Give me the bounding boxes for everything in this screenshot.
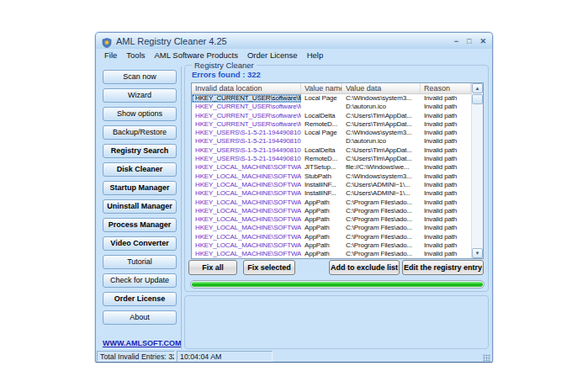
cell-value-name: AppPath [301, 199, 342, 207]
table-row[interactable]: HKEY_LOCAL_MACHINE\SOFTWARE\...AppPathC:… [192, 199, 471, 207]
table-row[interactable]: HKEY_CURRENT_USER\software\Micr...Remote… [192, 120, 471, 129]
sidebar-button-video-converter[interactable]: Video Converter [103, 236, 177, 251]
maximize-button[interactable]: □ [467, 36, 471, 46]
menu-item-aml-software-products[interactable]: AML Software Products [151, 50, 243, 61]
table-row[interactable]: HKEY_LOCAL_MACHINE\SOFTWARE\...InstallIN… [192, 189, 471, 198]
cell-location: HKEY_LOCAL_MACHINE\SOFTWARE\... [192, 215, 301, 224]
cell-value-name: Local Page [301, 94, 342, 103]
resize-grip[interactable] [483, 354, 490, 362]
scrollbar-thumb[interactable] [472, 94, 483, 104]
sidebar-button-scan-now[interactable]: Scan now [103, 70, 177, 84]
errors-found-label: Errors found : 322 [192, 70, 261, 79]
table-row[interactable]: HKEY_LOCAL_MACHINE\SOFTWARE\...AppPathC:… [192, 215, 471, 224]
table-row[interactable]: HKEY_USERS\S-1-5-21-1944908101-2...D:\au… [192, 137, 471, 146]
cell-reason: Invalid path [421, 129, 471, 137]
cell-reason: Invalid path [421, 189, 471, 198]
table-row[interactable]: HKEY_LOCAL_MACHINE\SOFTWARE\...InstallIN… [192, 181, 471, 189]
invalid-entries-table[interactable]: Invalid data locationValue nameValue dat… [191, 82, 484, 259]
sidebar-button-wizard[interactable]: Wizard [103, 88, 177, 103]
add-to-exclude-list-button[interactable]: Add to exclude list [329, 260, 400, 275]
progress-bar [190, 280, 485, 289]
table-row[interactable]: HKEY_LOCAL_MACHINE\SOFTWARE\...StubPathC… [192, 172, 471, 181]
status-bar: Total Invalid Entries: 322 10:04:04 AM [96, 350, 492, 363]
cell-reason: Invalid path [421, 155, 471, 163]
table-row[interactable]: HKEY_CURRENT_USER\software\Micr...LocalD… [192, 112, 471, 120]
table-row[interactable]: HKEY_USERS\S-1-5-21-1944908101-2...Remot… [192, 155, 471, 163]
vertical-scrollbar[interactable]: ▲ ▼ [471, 83, 483, 258]
cell-value-data: file://C:\Windows\we... [342, 163, 421, 172]
cell-value-data: C:\Program Files\ado... [342, 250, 421, 258]
cell-reason: Invalid path [421, 112, 471, 120]
table-row[interactable]: HKEY_LOCAL_MACHINE\SOFTWARE\...AppPathC:… [192, 233, 471, 241]
cell-value-data: C:\Program Files\ado... [342, 224, 421, 232]
table-row[interactable]: HKEY_LOCAL_MACHINE\SOFTWARE\...AppPathC:… [192, 207, 471, 215]
window-controls: − □ ✕ [454, 36, 486, 46]
cell-location: HKEY_USERS\S-1-5-21-1944908101-2... [192, 137, 301, 146]
column-header-invalid-data-location[interactable]: Invalid data location [192, 83, 301, 93]
website-link[interactable]: WWW.AMLSOFT.COM [103, 339, 178, 347]
cell-reason: Invalid path [421, 103, 471, 111]
sidebar-button-registry-search[interactable]: Registry Search [103, 144, 177, 158]
table-row[interactable]: HKEY_USERS\S-1-5-21-1944908101-2...Local… [192, 146, 471, 155]
fix-all-button[interactable]: Fix all [188, 260, 237, 275]
registry-cleaner-group: Registry Cleaner Errors found : 322 Inva… [184, 65, 489, 292]
cell-location: HKEY_LOCAL_MACHINE\SOFTWARE\... [192, 172, 301, 181]
cell-reason: Invalid path [421, 215, 471, 224]
app-icon [102, 36, 112, 46]
sidebar-button-startup-manager[interactable]: Startup Manager [103, 181, 177, 195]
scroll-up-button[interactable]: ▲ [472, 83, 483, 93]
table-row[interactable]: HKEY_LOCAL_MACHINE\SOFTWARE\...AppPathC:… [192, 224, 471, 232]
sidebar-button-order-license[interactable]: Order License [103, 292, 177, 306]
sidebar-button-process-manager[interactable]: Process Manager [103, 218, 177, 232]
group-label-registry-cleaner: Registry Cleaner [192, 61, 257, 70]
column-header-value-data[interactable]: Value data [342, 83, 421, 93]
minimize-button[interactable]: − [454, 36, 458, 46]
edit-the-registry-entry-button[interactable]: Edit the registry entry [402, 260, 484, 275]
menu-item-file[interactable]: File [100, 50, 122, 61]
cell-location: HKEY_LOCAL_MACHINE\SOFTWARE\... [192, 233, 301, 241]
table-row[interactable]: HKEY_LOCAL_MACHINE\SOFTWARE\...JITSetup.… [192, 163, 471, 172]
close-button[interactable]: ✕ [479, 36, 486, 46]
sidebar-button-check-for-update[interactable]: Check for Update [103, 273, 177, 288]
cell-value-data: C:\Windows\system3... [342, 129, 421, 137]
progress-bar-fill [192, 282, 483, 287]
sidebar-button-uninstall-manager[interactable]: Uninstall Manager [103, 199, 177, 214]
fix-selected-button[interactable]: Fix selected [243, 260, 295, 275]
sidebar-button-about[interactable]: About [103, 310, 177, 325]
status-total-entries: Total Invalid Entries: 322 [97, 351, 175, 362]
sidebar-button-backup-restore[interactable]: Backup/Restore [103, 125, 177, 140]
status-time: 10:04:04 AM [177, 351, 273, 362]
cell-value-name: AppPath [301, 207, 342, 215]
cell-value-name [301, 137, 342, 146]
cell-reason: Invalid path [421, 94, 471, 103]
cell-location: HKEY_CURRENT_USER\software\Micr... [192, 103, 301, 111]
table-row[interactable]: HKEY_LOCAL_MACHINE\SOFTWARE\...AppPathC:… [192, 241, 471, 250]
cell-location: HKEY_LOCAL_MACHINE\SOFTWARE\... [192, 224, 301, 232]
cell-reason: Invalid path [421, 146, 471, 155]
scroll-down-button[interactable]: ▼ [472, 248, 483, 258]
table-row[interactable]: HKEY_CURRENT_USER\software\Micr...Local … [192, 94, 471, 103]
cell-value-data: C:\Windows\system3... [342, 172, 421, 181]
table-row[interactable]: HKEY_CURRENT_USER\software\Micr...D:\aut… [192, 103, 471, 111]
cell-value-name: InstallINF... [301, 189, 342, 198]
table-row[interactable]: HKEY_USERS\S-1-5-21-1944908101-2...Local… [192, 129, 471, 137]
sidebar-button-show-options[interactable]: Show options [103, 107, 177, 121]
sidebar-button-tutorial[interactable]: Tutorial [103, 255, 177, 269]
menu-item-help[interactable]: Help [303, 50, 329, 61]
column-header-value-name[interactable]: Value name [301, 83, 342, 93]
menu-item-order-license[interactable]: Order License [243, 50, 303, 61]
cell-value-name [301, 103, 342, 111]
cell-value-name: JITSetup... [301, 163, 342, 172]
cell-location: HKEY_LOCAL_MACHINE\SOFTWARE\... [192, 250, 301, 258]
cell-value-data: C:\Users\Tim\AppDat... [342, 112, 421, 120]
cell-value-data: C:\Program Files\ado... [342, 215, 421, 224]
cell-value-name: RemoteD... [301, 120, 342, 129]
cell-reason: Invalid path [421, 224, 471, 232]
sidebar-button-disk-cleaner[interactable]: Disk Cleaner [103, 162, 177, 177]
menu-item-tools[interactable]: Tools [122, 50, 150, 61]
column-header-reason[interactable]: Reason [421, 83, 471, 93]
title-bar[interactable]: AML Registry Cleaner 4.25 − □ ✕ [96, 33, 492, 49]
cell-value-name: LocalDelta [301, 112, 342, 120]
table-row[interactable]: HKEY_LOCAL_MACHINE\SOFTWARE\...AppPathC:… [192, 250, 471, 258]
cell-value-data: C:\Users\Tim\AppDat... [342, 120, 421, 129]
